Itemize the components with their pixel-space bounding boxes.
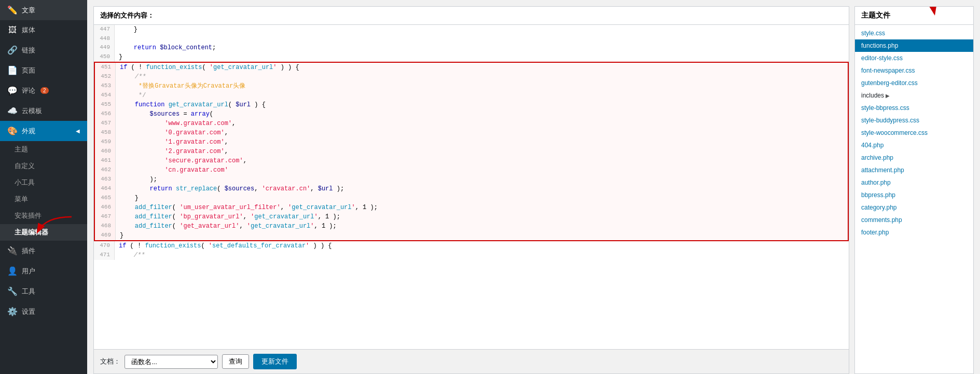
code-line: 466 add_filter( 'um_user_avatar_url_filt… (94, 203, 849, 212)
line-number: 456 (95, 109, 116, 119)
sidebar-item-links[interactable]: 🔗 链接 (0, 40, 87, 60)
code-line: 471 /** (94, 251, 849, 260)
code-line: 456 $sources = array( (94, 109, 849, 119)
line-code: '0.gravatar.com', (116, 128, 848, 137)
code-line: 468 add_filter( 'get_avatar_url', 'get_c… (94, 221, 849, 231)
line-code: *替换Gravatar头像为Cravatar头像 (116, 81, 848, 91)
line-number: 463 (95, 175, 116, 184)
line-code: ); (116, 175, 848, 184)
line-code: function get_cravatar_url( $url ) { (116, 100, 848, 109)
chevron-left-icon: ◀ (76, 128, 80, 134)
sidebar-item-article[interactable]: ✏️ 文章 (0, 0, 87, 20)
media-icon: 🖼 (7, 25, 18, 35)
link-icon: 🔗 (7, 45, 18, 55)
line-code: add_filter( 'bp_gravatar_url', 'get_crav… (116, 212, 848, 221)
content-area: 选择的文件内容： 447 }448449 return $block_conte… (87, 0, 980, 374)
line-code: /** (115, 251, 849, 260)
file-item[interactable]: functions.php (855, 39, 973, 52)
file-item[interactable]: 404.php (855, 139, 973, 151)
line-number: 467 (95, 212, 116, 221)
sidebar-item-users[interactable]: 👤 用户 (0, 261, 87, 281)
sidebar-item-plugins[interactable]: 🔌 插件 (0, 241, 87, 261)
file-item[interactable]: attachment.php (855, 164, 973, 176)
line-number: 452 (95, 72, 116, 81)
line-number: 457 (95, 119, 116, 128)
code-line: 454 */ (94, 91, 849, 100)
article-icon: ✏️ (7, 5, 18, 15)
sidebar-item-appearance[interactable]: 🎨 外观 ◀ (0, 121, 87, 141)
line-code: } (116, 231, 848, 240)
file-item[interactable]: includes (855, 89, 973, 102)
plugins-icon: 🔌 (7, 246, 18, 256)
file-item[interactable]: style.css (855, 27, 973, 39)
code-line: 452 /** (94, 72, 849, 81)
sidebar-item-pages[interactable]: 📄 页面 (0, 60, 87, 80)
file-item[interactable]: archive.php (855, 151, 973, 164)
sidebar-item-menus[interactable]: 菜单 (0, 191, 87, 207)
users-icon: 👤 (7, 266, 18, 276)
file-item[interactable]: font-newspaper.css (855, 64, 973, 77)
code-line: 457 'www.gravatar.com', (94, 119, 849, 128)
sidebar-item-cloud[interactable]: ☁️ 云模板 (0, 101, 87, 121)
sidebar-item-settings[interactable]: ⚙️ 设置 (0, 301, 87, 322)
sidebar-item-media[interactable]: 🖼 媒体 (0, 20, 87, 40)
page-icon: 📄 (7, 65, 18, 75)
line-code: $sources = array( (116, 109, 848, 119)
sidebar-item-tools[interactable]: 🔧 工具 (0, 281, 87, 301)
sidebar-item-comments[interactable]: 💬 评论 2 (0, 80, 87, 101)
file-item[interactable]: category.php (855, 201, 973, 214)
footer-bar: 文档： 函数名... 查询 更新文件 (94, 349, 849, 373)
line-code: '2.gravatar.com', (116, 147, 848, 156)
code-line: 450} (94, 52, 849, 62)
query-button[interactable]: 查询 (222, 354, 249, 369)
code-line: 463 ); (94, 175, 849, 184)
line-number: 453 (95, 81, 116, 91)
sidebar-item-theme-editor[interactable]: 主题编辑器 (0, 224, 87, 241)
code-line: 460 '2.gravatar.com', (94, 147, 849, 156)
file-item[interactable]: comments.php (855, 214, 973, 226)
file-list: style.cssfunctions.phpeditor-style.cssfo… (855, 25, 973, 373)
file-item[interactable]: style-woocommerce.css (855, 127, 973, 139)
line-code: '1.gravatar.com', (116, 137, 848, 147)
line-code: add_filter( 'um_user_avatar_url_filter',… (116, 203, 848, 212)
file-item[interactable]: footer.php (855, 226, 973, 239)
line-code (115, 34, 849, 43)
doc-select[interactable]: 函数名... (125, 355, 218, 369)
line-number: 470 (94, 241, 115, 251)
code-line: 453 *替换Gravatar头像为Cravatar头像 (94, 81, 849, 91)
line-code: add_filter( 'get_avatar_url', 'get_crava… (116, 221, 848, 231)
code-line: 449 return $block_content; (94, 43, 849, 52)
line-code: return $block_content; (115, 43, 849, 52)
sidebar-item-widgets[interactable]: 小工具 (0, 174, 87, 191)
sidebar-item-install-themes[interactable]: 安装插件 (0, 207, 87, 224)
sidebar-item-themes[interactable]: 主题 (0, 141, 87, 158)
line-code: } (115, 25, 849, 34)
update-file-button[interactable]: 更新文件 (253, 354, 297, 369)
file-panel-title: 主题文件 (855, 7, 973, 25)
file-item[interactable]: gutenberg-editor.css (855, 77, 973, 89)
line-number: 447 (94, 25, 115, 34)
line-code: } (116, 193, 848, 203)
code-line: 448 (94, 34, 849, 43)
file-item[interactable]: style-bbpress.css (855, 102, 973, 114)
file-item[interactable]: style-buddypress.css (855, 114, 973, 127)
line-number: 448 (94, 34, 115, 43)
file-item[interactable]: bbpress.php (855, 189, 973, 201)
line-code: */ (116, 91, 848, 100)
code-area[interactable]: 447 }448449 return $block_content;450}45… (94, 25, 849, 349)
line-code: 'www.gravatar.com', (116, 119, 848, 128)
sidebar: ✏️ 文章 🖼 媒体 🔗 链接 📄 页面 💬 评论 2 ☁️ 云模板 🎨 外观 … (0, 0, 87, 374)
editor-title: 选择的文件内容： (94, 7, 849, 25)
line-code: return str_replace( $sources, 'cravatar.… (116, 184, 848, 193)
code-line: 467 add_filter( 'bp_gravatar_url', 'get_… (94, 212, 849, 221)
comment-icon: 💬 (7, 86, 18, 95)
line-code: if ( ! function_exists( 'get_cravatar_ur… (116, 63, 848, 72)
file-item[interactable]: editor-style.css (855, 52, 973, 64)
file-panel: 主题文件 style.cssfunctions.phpeditor-style.… (854, 6, 974, 374)
code-line: 461 'secure.gravatar.com', (94, 156, 849, 165)
cloud-icon: ☁️ (7, 106, 18, 116)
sidebar-item-customize[interactable]: 自定义 (0, 158, 87, 174)
file-item[interactable]: author.php (855, 176, 973, 189)
comments-badge: 2 (40, 87, 49, 94)
code-line: 470if ( ! function_exists( 'set_defaults… (94, 241, 849, 251)
